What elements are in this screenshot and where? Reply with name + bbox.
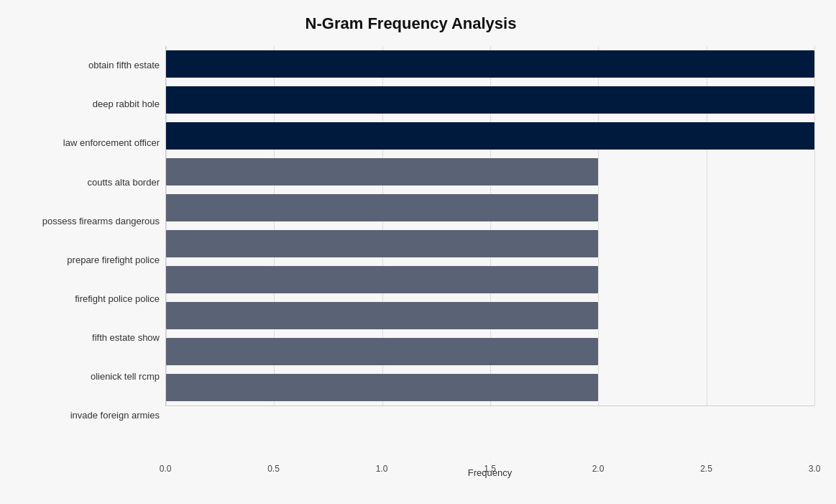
bar-row (166, 334, 814, 370)
x-tick: 3.0 (809, 464, 821, 474)
y-label: deep rabbit hole (93, 85, 160, 124)
bar-row (166, 82, 814, 118)
y-label: coutts alta border (88, 162, 160, 201)
bar (166, 338, 598, 365)
chart-wrapper: 0.00.51.01.52.02.53.0 Frequency (165, 46, 814, 435)
x-tick: 2.5 (700, 464, 712, 474)
grid-line (814, 46, 815, 406)
bar (166, 374, 598, 401)
bar-row (166, 154, 814, 190)
bar (166, 302, 598, 329)
y-label: obtain fifth estate (88, 46, 160, 85)
chart-container: N-Gram Frequency Analysis obtain fifth e… (0, 0, 836, 504)
chart-area: obtain fifth estatedeep rabbit holelaw e… (7, 46, 814, 435)
bars-area (165, 46, 814, 406)
y-label: law enforcement officer (63, 124, 160, 162)
bar-row (166, 370, 814, 406)
bar (166, 86, 814, 114)
x-axis-label: Frequency (468, 467, 512, 478)
x-tick: 0.0 (160, 464, 172, 474)
bar (166, 266, 598, 293)
bar (166, 158, 598, 185)
x-tick: 2.0 (592, 464, 605, 474)
y-label: prepare firefight police (67, 240, 160, 279)
bar-row (166, 226, 814, 262)
y-label: olienick tell rcmp (91, 357, 160, 396)
x-tick: 0.5 (267, 464, 280, 474)
bar-row (166, 118, 814, 154)
x-tick: 1.0 (376, 464, 388, 474)
y-label: possess firearms dangerous (42, 201, 160, 240)
bar (166, 122, 814, 150)
bar-row (166, 262, 814, 298)
y-label: fifth estate show (92, 319, 160, 357)
chart-title: N-Gram Frequency Analysis (7, 14, 814, 33)
y-label: invade foreign armies (70, 396, 160, 435)
bar (166, 230, 598, 257)
bar-row (166, 298, 814, 334)
y-label: firefight police police (75, 280, 160, 319)
bar-row (166, 190, 814, 226)
y-axis-labels: obtain fifth estatedeep rabbit holelaw e… (7, 46, 165, 435)
bar (166, 194, 598, 221)
bar (166, 50, 814, 78)
bar-row (166, 46, 814, 82)
